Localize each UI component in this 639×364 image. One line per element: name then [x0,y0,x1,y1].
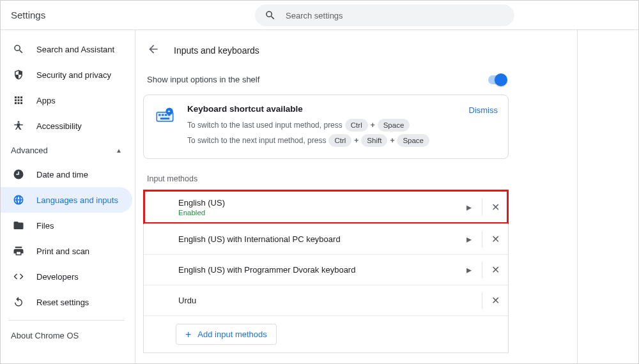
sidebar-item-label: Date and time [36,170,88,179]
plus-icon: + [354,136,358,145]
key-chip: Ctrl [345,119,368,132]
search-container[interactable] [255,4,514,26]
input-methods-label: Input methods [144,174,515,183]
sidebar-item-label: Accessibility [36,121,82,131]
input-method-status: Enabled [178,209,456,216]
sidebar-advanced-toggle[interactable]: Advanced ▲ [1,139,135,162]
search-icon [12,43,25,55]
app-title: Settings [11,10,45,20]
input-method-row[interactable]: English (US) with Programmer Dvorak keyb… [144,254,508,285]
dismiss-button[interactable]: Dismiss [469,105,498,115]
key-chip: Space [397,134,429,147]
chevron-right-icon[interactable]: ▸ [456,255,482,285]
shield-icon [12,69,25,80]
search-icon [264,10,277,21]
divider [8,320,125,321]
code-icon [12,271,25,282]
svg-rect-2 [158,114,161,116]
input-method-name: Urdu [178,296,456,305]
accessibility-icon [12,120,25,132]
input-method-name: English (US) with Programmer Dvorak keyb… [178,265,456,275]
svg-rect-6 [160,118,169,119]
sidebar-item-languages-inputs[interactable]: Languages and inputs [1,187,132,213]
close-icon[interactable]: ✕ [482,285,508,315]
input-method-name: English (US) with International PC keybo… [178,234,456,244]
sidebar-item-accessibility[interactable]: Accessibility [1,113,132,139]
input-method-row[interactable]: Urdu ▸ ✕ [144,285,508,315]
show-input-options-row: Show input options in the shelf [144,75,515,84]
sidebar-item-print-scan[interactable]: Print and scan [1,238,132,264]
sidebar-item-label: Reset settings [36,298,89,307]
show-input-options-label: Show input options in the shelf [147,75,259,84]
sidebar-item-files[interactable]: Files [1,213,132,238]
shortcut-line-1: To switch to the last used input method,… [187,119,498,132]
chevron-right-icon[interactable]: ▸ [456,190,482,224]
sidebar-item-label: Search and Assistant [36,45,114,54]
sidebar-item-search-assistant[interactable]: Search and Assistant [1,36,132,62]
plus-icon: + [371,121,375,130]
app-header: Settings [1,1,638,30]
sidebar-item-label: Print and scan [36,246,89,256]
chevron-up-icon: ▲ [116,147,122,154]
input-method-row[interactable]: English (US) Enabled ▸ ✕ [144,190,508,224]
right-gutter [577,30,638,363]
input-method-row[interactable]: English (US) with International PC keybo… [144,224,508,254]
plus-icon: + [390,136,394,145]
input-method-name: English (US) [178,198,456,208]
sidebar-item-developers[interactable]: Developers [1,264,132,289]
shortcut-line-2: To switch to the next input method, pres… [187,134,498,147]
add-input-methods-row: + Add input methods [144,315,508,353]
reset-icon [12,296,25,308]
print-icon [12,245,25,257]
globe-icon [12,194,25,206]
sidebar-item-apps[interactable]: Apps [1,87,132,113]
keyboard-shortcut-card: Keyboard shortcut available To switch to… [143,95,509,159]
show-input-options-toggle[interactable] [488,75,506,84]
sidebar-item-label: Languages and inputs [36,195,118,205]
sidebar: Search and Assistant Security and privac… [1,30,135,363]
page-header: Inputs and keyboards [144,43,515,58]
sidebar-item-label: Security and privacy [36,70,111,80]
close-icon[interactable]: ✕ [482,255,508,285]
shortcut-line-2-text: To switch to the next input method, pres… [187,136,326,145]
apps-icon [12,95,25,106]
back-arrow-icon[interactable] [147,43,160,58]
sidebar-item-reset-settings[interactable]: Reset settings [1,289,132,315]
shortcut-line-1-text: To switch to the last used input method,… [187,121,343,130]
add-input-methods-button[interactable]: + Add input methods [176,324,277,345]
page-title: Inputs and keyboards [174,45,259,56]
keyboard-icon [154,104,176,126]
sidebar-item-label: Apps [36,96,56,105]
chevron-right-icon[interactable]: ▸ [456,224,482,254]
card-title: Keyboard shortcut available [187,104,498,114]
input-methods-list: English (US) Enabled ▸ ✕ English (US) wi… [143,190,509,353]
sidebar-advanced-label: Advanced [11,146,48,155]
sidebar-item-about[interactable]: About Chrome OS [1,324,135,347]
key-chip: Ctrl [328,134,351,147]
add-input-methods-label: Add input methods [197,330,266,339]
close-icon[interactable]: ✕ [482,190,508,224]
folder-icon [12,220,25,231]
svg-rect-3 [162,114,164,116]
clock-icon [12,169,25,180]
spelling-grammar-row: Spelling and grammar check Grammar check… [143,361,509,363]
sidebar-item-date-time[interactable]: Date and time [1,162,132,187]
svg-point-0 [18,121,20,123]
search-input[interactable] [286,11,505,20]
sidebar-item-label: Developers [36,272,79,282]
svg-rect-4 [165,114,167,116]
close-icon[interactable]: ✕ [482,224,508,254]
key-chip: Space [378,119,410,132]
sidebar-item-label: Files [36,221,54,231]
main-content: Inputs and keyboards Show input options … [144,30,515,363]
sidebar-item-security-privacy[interactable]: Security and privacy [1,62,132,87]
key-chip: Shift [361,134,387,147]
